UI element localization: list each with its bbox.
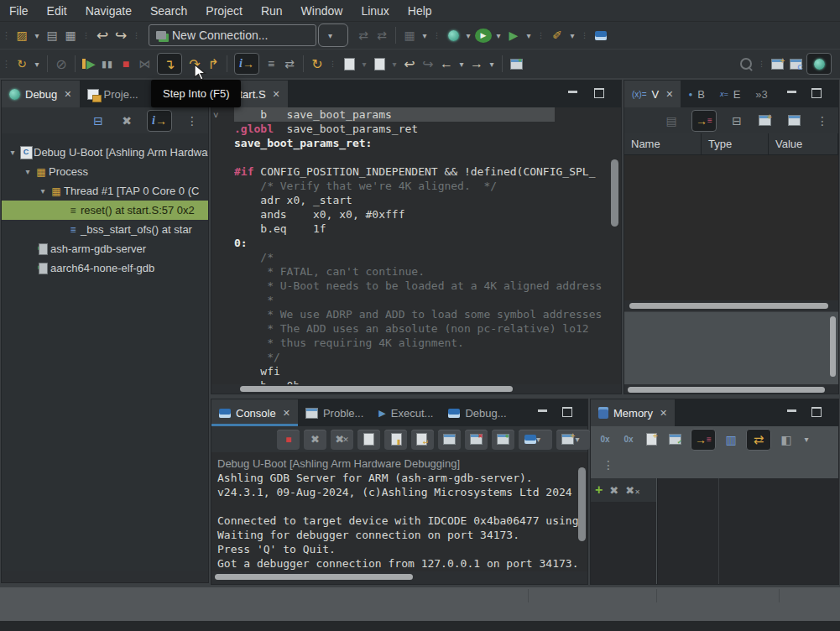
minimize-button[interactable] <box>787 91 796 93</box>
instruction-stepping-view-toggle[interactable]: i → <box>147 110 172 132</box>
menu-project[interactable]: Project <box>196 2 252 20</box>
column-type[interactable]: Type <box>702 133 769 155</box>
debug-perspective-button[interactable] <box>806 53 832 75</box>
restart-button[interactable]: ↻ <box>13 55 30 73</box>
folding-marker-icon[interactable]: ˅ <box>213 110 218 120</box>
variables-hscrollbar[interactable] <box>629 303 828 309</box>
tab-project-explorer[interactable]: Proje... <box>80 81 146 107</box>
new-wizard-button[interactable]: ▨ <box>13 26 30 44</box>
skip-breakpoints-button[interactable]: ⊘ <box>53 55 70 73</box>
show-when-stderr-button[interactable]: ✖ <box>465 430 488 450</box>
save-button[interactable]: ▤ <box>44 26 60 44</box>
monitors-menu-button[interactable]: ⋮ <box>600 456 617 474</box>
statusbar-drag-handle[interactable]: ⋮ <box>5 591 14 602</box>
back-navigation-button[interactable]: ← <box>438 55 455 73</box>
collapse-all-button[interactable]: ⊟ <box>728 112 745 130</box>
collapse-all-button[interactable]: ⊟ <box>90 112 107 130</box>
tab-memory[interactable]: Memory ✕ <box>591 399 675 426</box>
variables-detail-pane[interactable] <box>624 311 838 384</box>
tab-debugger-console[interactable]: Debug... <box>441 399 514 426</box>
editor-body[interactable]: ˅ b save_boot_params .globl save_boot_pa… <box>211 107 621 384</box>
menu-window[interactable]: Window <box>292 2 352 20</box>
save-all-button[interactable]: ▦ <box>62 26 79 44</box>
view-menu-button[interactable]: ⋮ <box>814 112 831 130</box>
editor-hscrollbar[interactable] <box>240 386 513 392</box>
disconnect-button[interactable]: ⋈ <box>136 55 153 73</box>
forward-history-button[interactable]: ↪ <box>112 26 129 44</box>
link-memory-toggle[interactable]: →≡ <box>691 429 716 451</box>
toggle-split-button[interactable]: ⇄ <box>746 429 771 451</box>
cpp-perspective-button[interactable]: C <box>788 55 805 73</box>
export-memory-button[interactable]: 0x <box>597 430 613 449</box>
menu-linux[interactable]: Linux <box>352 2 398 20</box>
maximize-button[interactable] <box>811 407 822 417</box>
tab-expressions[interactable]: x= E <box>712 81 748 107</box>
tab-variables[interactable]: (x)= V ✕ <box>624 81 681 107</box>
detail-hscrollbar[interactable] <box>628 387 825 393</box>
menu-search[interactable]: Search <box>141 2 196 20</box>
back-history-button[interactable]: ↩ <box>94 26 111 44</box>
maximize-button[interactable] <box>562 407 572 417</box>
expander-icon[interactable]: ▾ <box>22 167 34 176</box>
close-icon[interactable]: ✕ <box>64 89 71 100</box>
open-console-button[interactable] <box>592 26 609 44</box>
forward-navigation-button[interactable]: → <box>468 55 485 73</box>
close-icon[interactable]: ✕ <box>283 408 290 419</box>
scroll-lock-button[interactable]: ▮ <box>384 430 407 450</box>
resume-button[interactable]: ▶ <box>81 55 97 73</box>
run-last-tool-dropdown[interactable]: ▾ <box>524 26 534 44</box>
show-logical-structure-button[interactable]: ▤ <box>663 112 680 130</box>
tree-row-frame-bss[interactable]: ≡ _bss_start_ofs() at star <box>2 220 208 239</box>
toolbar-drag-handle[interactable]: ⋮ <box>2 59 11 70</box>
tab-problems[interactable]: Proble... <box>298 399 371 426</box>
open-perspective-button[interactable]: + <box>770 55 786 73</box>
load-image-button[interactable] <box>371 55 388 73</box>
close-icon[interactable]: ✕ <box>273 89 280 100</box>
debug-dropdown[interactable]: ▾ <box>463 26 473 44</box>
console-output[interactable]: Debug U-Boot [Ashling Arm Hardware Debug… <box>211 452 587 571</box>
step-into-button[interactable]: ↴ <box>157 53 182 75</box>
search-button[interactable] <box>738 55 754 73</box>
column-name[interactable]: Name <box>624 133 702 155</box>
editor-vscrollbar[interactable] <box>611 159 618 227</box>
new-wizard-dropdown[interactable]: ▾ <box>32 26 42 44</box>
restart-dropdown[interactable]: ▾ <box>32 55 42 73</box>
layout-dropdown[interactable]: ▾ <box>801 430 811 449</box>
run-dropdown[interactable]: ▾ <box>493 26 503 44</box>
disconnect-target-button[interactable]: ⇄ <box>373 26 390 44</box>
monitors-list[interactable] <box>591 502 656 584</box>
move-to-line-button[interactable]: ≡ <box>263 55 279 73</box>
view-menu-button[interactable]: ⋮ <box>184 112 201 130</box>
connect-target-button[interactable]: ⇄ <box>355 26 372 44</box>
new-watch-button[interactable]: + <box>757 112 774 130</box>
minimize-button[interactable] <box>568 91 577 93</box>
layout-button[interactable]: ◧ <box>778 430 795 449</box>
minimize-button[interactable] <box>787 409 796 412</box>
minimize-button[interactable] <box>538 409 547 412</box>
word-wrap-button[interactable]: ↵ <box>411 430 434 450</box>
switch-memory-monitor-button[interactable]: ▥ <box>723 430 739 449</box>
remove-launch-button[interactable]: ✖ <box>304 430 326 450</box>
tree-row-gdb-client[interactable]: ▸ aarch64-none-elf-gdb <box>2 258 208 278</box>
step-return-button[interactable]: ↱ <box>205 55 222 73</box>
show-when-stdout-button[interactable] <box>438 430 461 450</box>
pin-editor-button[interactable]: ● <box>508 55 524 73</box>
terminate-button[interactable]: ■ <box>117 55 134 73</box>
service-launch-dropdown[interactable]: ▾ <box>420 26 430 44</box>
column-value[interactable]: Value <box>769 133 838 155</box>
tree-row-launch[interactable]: ▾ C Debug U-Boot [Ashling Arm Hardware D… <box>2 143 208 162</box>
terminate-console-button[interactable]: ■ <box>277 430 300 450</box>
run-button[interactable]: ▶ <box>475 29 492 43</box>
close-icon[interactable]: ✕ <box>660 408 667 419</box>
add-monitor-button[interactable]: + <box>595 482 603 498</box>
tree-row-thread[interactable]: ▾ ▦ Thread #1 [TAP 0 Core 0 (C <box>2 181 208 201</box>
variables-table-body[interactable] <box>624 155 838 300</box>
last-edit-back-button[interactable]: ↩ <box>401 55 418 73</box>
expander-icon[interactable]: ▾ <box>37 186 49 196</box>
edit-memory-button[interactable]: ✔ <box>667 430 684 449</box>
tab-overflow[interactable]: »3 <box>748 81 775 107</box>
console-vscrollbar[interactable] <box>578 467 586 541</box>
resume-at-line-button[interactable]: ⇄ <box>281 55 298 73</box>
suspend-button[interactable]: ▮▮ <box>99 55 116 73</box>
link-with-debug-toggle[interactable]: →≡ <box>691 110 717 132</box>
